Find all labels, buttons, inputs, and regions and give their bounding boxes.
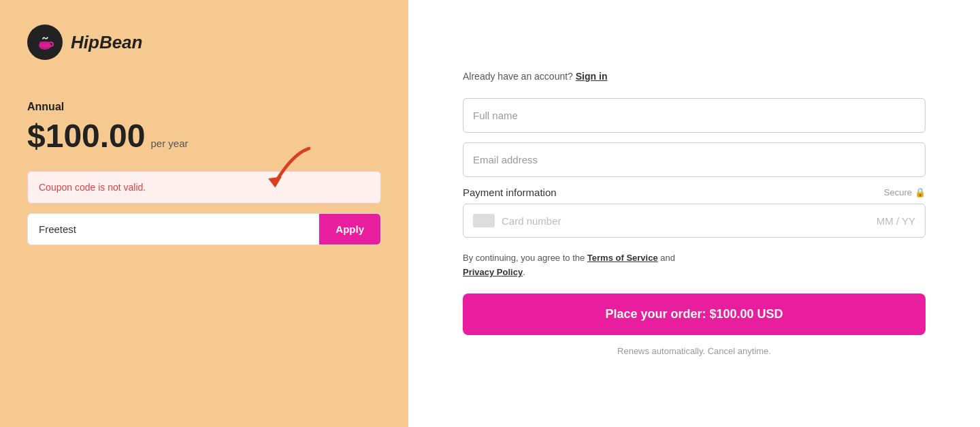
logo-icon: [27, 25, 63, 60]
secure-badge: Secure 🔒: [884, 187, 926, 197]
card-expiry-placeholder: MM / YY: [877, 215, 915, 227]
coupon-error-text: Coupon code is not valid.: [39, 182, 146, 193]
terms-text: By continuing, you agree to the Terms of…: [463, 251, 926, 280]
email-input[interactable]: [463, 142, 926, 177]
left-panel: HipBean Annual $100.00 per year Coupon c…: [0, 0, 408, 427]
account-row: Already have an account? Sign in: [463, 71, 926, 82]
renew-text: Renews automatically. Cancel anytime.: [463, 346, 926, 356]
secure-text: Secure: [884, 187, 912, 197]
terms-of-service-link[interactable]: Terms of Service: [587, 253, 658, 263]
payment-label: Payment information: [463, 187, 557, 198]
logo-area: HipBean: [27, 25, 381, 60]
coupon-error-box: Coupon code is not valid.: [27, 171, 381, 204]
apply-button[interactable]: Apply: [319, 214, 380, 244]
svg-rect-2: [39, 42, 50, 44]
terms-and: and: [660, 253, 675, 263]
lock-icon: 🔒: [915, 187, 926, 197]
full-name-input[interactable]: [463, 98, 926, 133]
price-row: $100.00 per year: [27, 117, 381, 155]
card-icon: [473, 214, 495, 227]
terms-end: .: [523, 267, 525, 277]
price-amount: $100.00: [27, 117, 146, 155]
brand-name: HipBean: [71, 32, 142, 53]
coupon-row: Apply: [27, 213, 381, 245]
card-number-placeholder: Card number: [502, 215, 870, 227]
account-prompt-text: Already have an account?: [463, 71, 573, 82]
privacy-policy-link[interactable]: Privacy Policy: [463, 267, 523, 277]
payment-label-row: Payment information Secure 🔒: [463, 187, 926, 198]
arrow-annotation: [265, 143, 320, 191]
sign-in-link[interactable]: Sign in: [576, 71, 608, 82]
svg-marker-3: [268, 177, 282, 188]
place-order-button[interactable]: Place your order: $100.00 USD: [463, 294, 926, 335]
coupon-input[interactable]: [28, 214, 319, 244]
terms-before: By continuing, you agree to the: [463, 253, 585, 263]
card-input-row[interactable]: Card number MM / YY: [463, 204, 926, 238]
right-panel: Already have an account? Sign in Payment…: [408, 0, 980, 427]
price-period: per year: [151, 138, 189, 149]
plan-label: Annual: [27, 101, 381, 113]
